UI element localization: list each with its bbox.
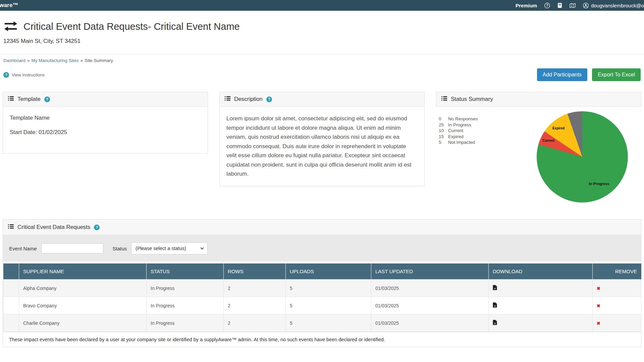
divider: [0, 54, 644, 54]
pie-label-expired: Expired: [552, 126, 565, 130]
requests-table: SUPPLIER NAME STATUS ROWS UPLOADS LAST U…: [3, 263, 641, 332]
requests-panel-title: Critical Event Data Requests: [17, 224, 90, 231]
breadcrumb-separator: »: [80, 58, 83, 63]
template-name: Template Name: [10, 115, 201, 121]
excel-download-icon[interactable]: x: [489, 297, 593, 314]
cell-status: In Progress: [147, 314, 224, 332]
user-circle-icon: [583, 3, 589, 8]
map-icon[interactable]: [570, 3, 576, 8]
help-badge-icon[interactable]: ?: [266, 97, 272, 102]
cell-last-updated: 01/03/2025: [371, 314, 489, 332]
event-name-input[interactable]: [41, 243, 103, 253]
toolbar: ? View Instructions Add Participants Exp…: [3, 68, 641, 81]
cell-uploads: 5: [286, 280, 371, 297]
top-navbar: ware™ Premium ? dougvanslembrouck@o: [0, 0, 644, 11]
cell-supplier: Charlie Company: [19, 314, 147, 332]
requests-panel: Critical Event Data Requests ? Event Nam…: [3, 219, 641, 347]
pie-label-current: Current: [542, 139, 554, 142]
page-head: Critical Event Data Requests- Critical E…: [3, 21, 644, 33]
col-status: STATUS: [147, 263, 224, 280]
description-panel: Description ? Lorem ipsum dolor sit amet…: [219, 92, 425, 186]
template-panel-header: Template ?: [3, 92, 208, 107]
col-remove: REMOVE: [593, 263, 641, 280]
remove-button[interactable]: ✖: [597, 321, 600, 326]
legend-item: 25In Progress: [439, 122, 478, 128]
export-to-excel-button[interactable]: Export To Excel: [592, 68, 641, 81]
user-menu[interactable]: dougvanslembrouck@o: [583, 3, 644, 8]
question-circle-icon: ?: [3, 72, 9, 78]
status-summary-body: 0No Responses 25In Progress 10Current 15…: [436, 107, 641, 208]
status-legend: 0No Responses 25In Progress 10Current 15…: [439, 116, 478, 145]
list-icon: [225, 96, 230, 103]
chevron-down-icon: [201, 246, 204, 250]
summary-panels: Template ? Template Name Start Date: 01/…: [3, 92, 641, 208]
requests-table-header: SUPPLIER NAME STATUS ROWS UPLOADS LAST U…: [3, 263, 641, 280]
list-icon: [441, 96, 447, 103]
breadcrumb-current: Site Summary: [85, 58, 113, 63]
status-summary-panel: Status Summary 0No Responses 25In Progre…: [436, 92, 641, 208]
requests-filter-row: Event Name Status (Please select a statu…: [3, 235, 641, 261]
status-summary-panel-title: Status Summary: [451, 96, 493, 103]
view-instructions-link[interactable]: ? View Instructions: [3, 72, 45, 78]
status-summary-panel-header: Status Summary: [436, 92, 641, 107]
col-uploads: UPLOADS: [286, 263, 371, 280]
cell-rows: 2: [224, 297, 286, 314]
description-panel-title: Description: [234, 96, 263, 103]
status-select[interactable]: (Please select a status): [131, 242, 208, 254]
svg-text:x: x: [494, 304, 496, 307]
description-text: Lorem ipsum dolor sit amet, consectetur …: [219, 107, 425, 186]
remove-button[interactable]: ✖: [597, 303, 600, 308]
cell-last-updated: 01/03/2025: [371, 280, 489, 297]
plan-badge: Premium: [516, 3, 537, 8]
remove-button[interactable]: ✖: [597, 286, 600, 291]
action-buttons: Add Participants Export To Excel: [537, 68, 641, 81]
legend-item: 0No Responses: [439, 116, 478, 122]
book-icon[interactable]: [557, 3, 562, 8]
app-logo[interactable]: ware™: [0, 2, 18, 9]
template-panel-title: Template: [17, 96, 41, 103]
view-instructions-label: View Instructions: [12, 72, 45, 77]
table-row: Alpha Company In Progress 2 5 01/03/2025…: [3, 280, 641, 297]
breadcrumb-my-manufacturing-sites[interactable]: My Manufacturing Sites: [32, 58, 79, 63]
svg-text:?: ?: [546, 4, 548, 7]
cell-rows: 2: [224, 314, 286, 332]
site-address: 12345 Main St, City, ST 34251: [3, 38, 644, 45]
help-badge-icon[interactable]: ?: [44, 97, 50, 102]
status-filter-label: Status: [113, 246, 127, 251]
cell-uploads: 5: [286, 297, 371, 314]
cell-supplier: Alpha Company: [19, 280, 147, 297]
legend-item: 10Current: [439, 128, 478, 134]
help-circle-icon[interactable]: ?: [544, 3, 550, 8]
impact-events-note: These impact events have been declared b…: [3, 332, 641, 347]
breadcrumb-separator: »: [27, 58, 30, 63]
table-row: Charlie Company In Progress 2 5 01/03/20…: [3, 314, 641, 332]
excel-download-icon[interactable]: x: [489, 280, 593, 297]
event-name-label: Event Name: [9, 246, 37, 251]
status-pie: Expired Current In Progress: [537, 111, 628, 202]
template-start-date: Start Date: 01/02/2025: [10, 129, 201, 136]
col-last-updated: LAST UPDATED: [371, 263, 489, 280]
table-row: Bravo Company In Progress 2 5 01/03/2025…: [3, 297, 641, 314]
help-badge-icon[interactable]: ?: [94, 225, 100, 230]
cell-status: In Progress: [147, 297, 224, 314]
breadcrumb: Dashboard»My Manufacturing Sites»Site Su…: [3, 58, 644, 63]
breadcrumb-dashboard[interactable]: Dashboard: [3, 58, 25, 63]
pie-label-in-progress: In Progress: [589, 182, 609, 186]
cell-supplier: Bravo Company: [19, 297, 147, 314]
svg-text:x: x: [494, 322, 496, 325]
col-row-select: [3, 263, 19, 280]
requests-panel-header: Critical Event Data Requests ?: [3, 220, 641, 235]
list-icon: [8, 96, 14, 103]
page-title: Critical Event Data Requests- Critical E…: [23, 21, 240, 32]
list-icon: [8, 224, 14, 231]
navbar-right: Premium ? dougvanslembrouck@o: [516, 3, 644, 8]
cell-last-updated: 01/03/2025: [371, 297, 489, 314]
cell-uploads: 5: [286, 314, 371, 332]
description-panel-header: Description ?: [219, 92, 425, 107]
excel-download-icon[interactable]: x: [489, 314, 593, 332]
legend-item: 15Expired: [439, 134, 478, 140]
add-participants-button[interactable]: Add Participants: [537, 68, 588, 81]
legend-item: 5Not Impacted: [439, 139, 478, 145]
swap-arrows-icon: [3, 21, 18, 33]
cell-rows: 2: [224, 280, 286, 297]
